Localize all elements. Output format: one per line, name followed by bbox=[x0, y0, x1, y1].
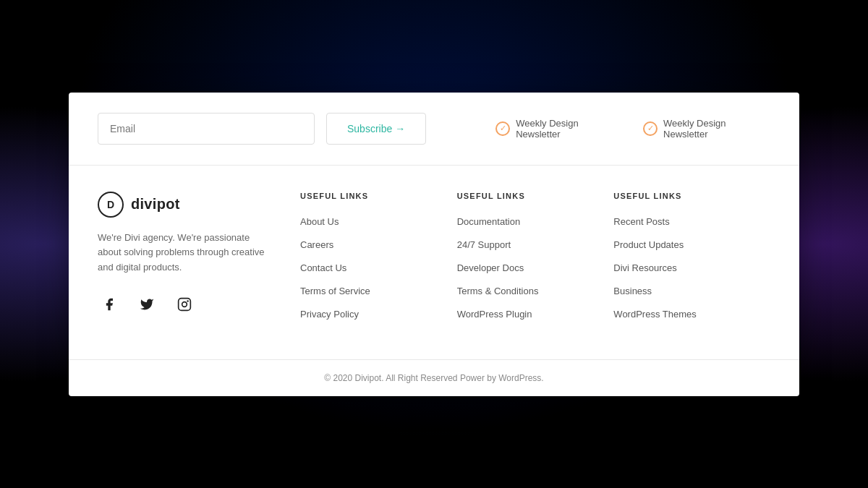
list-item: Developer Docs bbox=[457, 261, 614, 274]
newsletter-strip: Subscribe → ✓ Weekly Design Newsletter ✓… bbox=[69, 93, 799, 166]
list-item: Contact Us bbox=[300, 261, 457, 274]
list-item: Terms of Service bbox=[300, 284, 457, 297]
svg-point-1 bbox=[182, 302, 187, 307]
logo-text: divipot bbox=[131, 196, 180, 213]
footer-bottom: © 2020 Divipot. All Right Reserved Power… bbox=[69, 359, 799, 396]
list-item: Terms & Conditions bbox=[457, 284, 614, 297]
links-header-1: USEFUL LINKS bbox=[300, 192, 457, 200]
copyright-text: © 2020 Divipot. All Right Reserved Power… bbox=[98, 373, 770, 383]
subscribe-button[interactable]: Subscribe → bbox=[326, 113, 426, 145]
list-item: WordPress Themes bbox=[613, 307, 770, 320]
footer-main: D divipot We're Divi agency. We're passi… bbox=[69, 166, 799, 359]
social-icons bbox=[98, 293, 300, 316]
newsletter-badges: ✓ Weekly Design Newsletter ✓ Weekly Desi… bbox=[495, 118, 770, 140]
instagram-icon[interactable] bbox=[173, 293, 196, 316]
list-item: Documentation bbox=[457, 215, 614, 228]
documentation-link[interactable]: Documentation bbox=[457, 216, 520, 227]
links-header-2: USEFUL LINKS bbox=[457, 192, 614, 200]
about-us-link[interactable]: About Us bbox=[300, 216, 339, 227]
privacy-policy-link[interactable]: Privacy Policy bbox=[300, 309, 359, 320]
badge-label-2: Weekly Design Newsletter bbox=[663, 118, 770, 140]
footer-card: Subscribe → ✓ Weekly Design Newsletter ✓… bbox=[69, 93, 799, 396]
subscribe-label: Subscribe → bbox=[347, 123, 405, 134]
list-item: Product Updates bbox=[613, 238, 770, 251]
links-column-1: USEFUL LINKS About Us Careers Contact Us… bbox=[300, 192, 457, 330]
links-list-1: About Us Careers Contact Us Terms of Ser… bbox=[300, 215, 457, 320]
divi-resources-link[interactable]: Divi Resources bbox=[613, 262, 676, 273]
list-item: WordPress Plugin bbox=[457, 307, 614, 320]
terms-of-service-link[interactable]: Terms of Service bbox=[300, 286, 370, 296]
brand-column: D divipot We're Divi agency. We're passi… bbox=[98, 192, 300, 330]
badge-label-1: Weekly Design Newsletter bbox=[516, 118, 623, 140]
page-wrapper: Subscribe → ✓ Weekly Design Newsletter ✓… bbox=[0, 0, 868, 488]
brand-description: We're Divi agency. We're passionate abou… bbox=[98, 231, 271, 275]
list-item: Careers bbox=[300, 238, 457, 251]
links-list-3: Recent Posts Product Updates Divi Resour… bbox=[613, 215, 770, 320]
list-item: Business bbox=[613, 284, 770, 297]
developer-docs-link[interactable]: Developer Docs bbox=[457, 262, 524, 273]
links-column-3: USEFUL LINKS Recent Posts Product Update… bbox=[613, 192, 770, 330]
recent-posts-link[interactable]: Recent Posts bbox=[613, 216, 669, 227]
links-header-3: USEFUL LINKS bbox=[613, 192, 770, 200]
product-updates-link[interactable]: Product Updates bbox=[613, 239, 684, 250]
list-item: About Us bbox=[300, 215, 457, 228]
email-input[interactable] bbox=[98, 113, 315, 145]
list-item: Privacy Policy bbox=[300, 307, 457, 320]
svg-rect-0 bbox=[179, 299, 191, 311]
facebook-icon[interactable] bbox=[98, 293, 121, 316]
contact-us-link[interactable]: Contact Us bbox=[300, 262, 346, 273]
support-link[interactable]: 24/7 Support bbox=[457, 239, 511, 250]
logo: D divipot bbox=[98, 192, 300, 218]
list-item: 24/7 Support bbox=[457, 238, 614, 251]
links-list-2: Documentation 24/7 Support Developer Doc… bbox=[457, 215, 614, 320]
logo-icon: D bbox=[98, 192, 124, 218]
twitter-icon[interactable] bbox=[135, 293, 158, 316]
list-item: Recent Posts bbox=[613, 215, 770, 228]
wordpress-plugin-link[interactable]: WordPress Plugin bbox=[457, 309, 532, 320]
newsletter-badge-1: ✓ Weekly Design Newsletter bbox=[495, 118, 623, 140]
careers-link[interactable]: Careers bbox=[300, 239, 333, 250]
list-item: Divi Resources bbox=[613, 261, 770, 274]
business-link[interactable]: Business bbox=[613, 286, 652, 296]
newsletter-badge-2: ✓ Weekly Design Newsletter bbox=[643, 118, 770, 140]
check-icon-2: ✓ bbox=[643, 121, 658, 136]
terms-conditions-link[interactable]: Terms & Conditions bbox=[457, 286, 539, 296]
check-icon-1: ✓ bbox=[495, 121, 510, 136]
links-section: USEFUL LINKS About Us Careers Contact Us… bbox=[300, 192, 770, 330]
wordpress-themes-link[interactable]: WordPress Themes bbox=[613, 309, 696, 320]
svg-point-2 bbox=[187, 300, 189, 302]
links-column-2: USEFUL LINKS Documentation 24/7 Support … bbox=[457, 192, 614, 330]
